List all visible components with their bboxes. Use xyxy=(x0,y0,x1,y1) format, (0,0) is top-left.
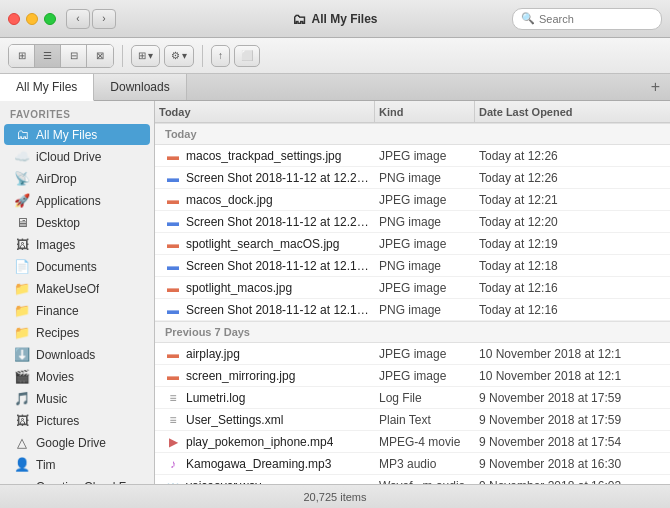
sidebar-icon-images: 🖼 xyxy=(14,237,30,252)
table-row[interactable]: ▬ Screen Shot 2018-11-12 at 12.20.13 PNG… xyxy=(155,211,670,233)
table-row[interactable]: ≡ Lumetri.log Log File 9 November 2018 a… xyxy=(155,387,670,409)
file-name: Screen Shot 2018-11-12 at 12.20.13 xyxy=(186,215,375,229)
sidebar-item-pictures[interactable]: 🖼 Pictures xyxy=(4,410,150,431)
column-header-date[interactable]: Date Last Opened xyxy=(475,101,670,122)
file-type-icon: ▬ xyxy=(165,258,181,274)
table-row[interactable]: ▬ airplay.jpg JPEG image 10 November 201… xyxy=(155,343,670,365)
search-icon: 🔍 xyxy=(521,12,535,25)
tab-downloads[interactable]: Downloads xyxy=(94,74,186,100)
sidebar-label-pictures: Pictures xyxy=(36,414,79,428)
column-view-button[interactable]: ⊟ xyxy=(61,45,87,67)
sidebar-item-recipes[interactable]: 📁 Recipes xyxy=(4,322,150,343)
maximize-button[interactable] xyxy=(44,13,56,25)
table-row[interactable]: ▬ Screen Shot 2018-11-12 at 12.26.12 PNG… xyxy=(155,167,670,189)
sidebar-item-images[interactable]: 🖼 Images xyxy=(4,234,150,255)
file-kind: Wavef...m audio xyxy=(375,479,469,485)
table-row[interactable]: ♪ Kamogawa_Dreaming.mp3 MP3 audio 9 Nove… xyxy=(155,453,670,475)
view-mode-group: ⊞ ☰ ⊟ ⊠ xyxy=(8,44,114,68)
file-kind: MPEG-4 movie xyxy=(375,435,464,449)
sidebar-item-desktop[interactable]: 🖥 Desktop xyxy=(4,212,150,233)
column-header-name[interactable]: Today xyxy=(155,101,375,122)
file-type-icon: ▬ xyxy=(165,236,181,252)
file-date: Today at 12:21 xyxy=(475,193,562,207)
section-divider-previous-7-days: Previous 7 Days xyxy=(155,321,670,343)
section-divider-today: Today xyxy=(155,123,670,145)
icon-view-button[interactable]: ⊞ xyxy=(9,45,35,67)
table-row[interactable]: ▬ Screen Shot 2018-11-12 at 12.15.42 PNG… xyxy=(155,299,670,321)
sidebar-label-movies: Movies xyxy=(36,370,74,384)
file-date: Today at 12:26 xyxy=(475,171,562,185)
tab-all-my-files[interactable]: All My Files xyxy=(0,74,94,101)
file-date: 9 November 2018 at 16:03 xyxy=(475,479,625,485)
sidebar-icon-icloud-drive: ☁️ xyxy=(14,149,30,164)
file-date: Today at 12:19 xyxy=(475,237,562,251)
toolbar-separator-2 xyxy=(202,45,203,67)
sidebar-label-tim: Tim xyxy=(36,458,56,472)
file-kind: PNG image xyxy=(375,215,445,229)
file-type-icon: ≡ xyxy=(165,412,181,428)
file-type-icon: ▬ xyxy=(165,346,181,362)
sidebar-item-applications[interactable]: 🚀 Applications xyxy=(4,190,150,211)
file-name: User_Settings.xml xyxy=(186,413,283,427)
file-date: 9 November 2018 at 17:54 xyxy=(475,435,625,449)
toolbar-separator-1 xyxy=(122,45,123,67)
sidebar-item-downloads[interactable]: ⬇️ Downloads xyxy=(4,344,150,365)
sidebar-label-makeuseOf: MakeUseOf xyxy=(36,282,99,296)
search-input[interactable] xyxy=(539,13,653,25)
sidebar-item-music[interactable]: 🎵 Music xyxy=(4,388,150,409)
column-header-kind[interactable]: Kind xyxy=(375,101,475,122)
sidebar-icon-recipes: 📁 xyxy=(14,325,30,340)
sidebar-label-google-drive: Google Drive xyxy=(36,436,106,450)
forward-button[interactable]: › xyxy=(92,9,116,29)
sidebar-item-finance[interactable]: 📁 Finance xyxy=(4,300,150,321)
table-row[interactable]: ≡ User_Settings.xml Plain Text 9 Novembe… xyxy=(155,409,670,431)
table-row[interactable]: ▬ spotlight_macos.jpg JPEG image Today a… xyxy=(155,277,670,299)
sidebar-item-movies[interactable]: 🎬 Movies xyxy=(4,366,150,387)
window-icon: 🗂 xyxy=(292,11,306,27)
file-type-icon: ▬ xyxy=(165,368,181,384)
arrange-label: ▾ xyxy=(148,50,153,61)
arrange-button[interactable]: ⊞ ▾ xyxy=(131,45,160,67)
file-kind: JPEG image xyxy=(375,281,450,295)
sidebar-item-documents[interactable]: 📄 Documents xyxy=(4,256,150,277)
sidebar-item-icloud-drive[interactable]: ☁️ iCloud Drive xyxy=(4,146,150,167)
sidebar-item-tim[interactable]: 👤 Tim xyxy=(4,454,150,475)
back-button[interactable]: ‹ xyxy=(66,9,90,29)
file-list: Today Kind Date Last Opened Today ▬ maco… xyxy=(155,101,670,484)
file-kind: JPEG image xyxy=(375,149,450,163)
file-type-icon: ▬ xyxy=(165,148,181,164)
table-row[interactable]: ▬ macos_trackpad_settings.jpg JPEG image… xyxy=(155,145,670,167)
sidebar-icon-tim: 👤 xyxy=(14,457,30,472)
main-content: Favorites 🗂 All My Files ☁️ iCloud Drive… xyxy=(0,101,670,484)
file-kind: JPEG image xyxy=(375,347,450,361)
sidebar-item-airdrop[interactable]: 📡 AirDrop xyxy=(4,168,150,189)
table-row[interactable]: 〰 voiceover.wav Wavef...m audio 9 Novemb… xyxy=(155,475,670,484)
sidebar-item-creative-cloud[interactable]: ☁ Creative Cloud Fil... xyxy=(4,476,150,484)
table-row[interactable]: ▬ spotlight_search_macOS.jpg JPEG image … xyxy=(155,233,670,255)
table-row[interactable]: ▶ play_pokemon_iphone.mp4 MPEG-4 movie 9… xyxy=(155,431,670,453)
sidebar-item-all-my-files[interactable]: 🗂 All My Files xyxy=(4,124,150,145)
table-row[interactable]: ▬ macos_dock.jpg JPEG image Today at 12:… xyxy=(155,189,670,211)
file-type-icon: ▬ xyxy=(165,192,181,208)
sidebar-item-google-drive[interactable]: △ Google Drive xyxy=(4,432,150,453)
cover-view-button[interactable]: ⊠ xyxy=(87,45,113,67)
share-button[interactable]: ↑ xyxy=(211,45,230,67)
list-view-button[interactable]: ☰ xyxy=(35,45,61,67)
sidebar-label-downloads: Downloads xyxy=(36,348,95,362)
minimize-button[interactable] xyxy=(26,13,38,25)
file-name: screen_mirroring.jpg xyxy=(186,369,295,383)
sidebar-item-makeuseOf[interactable]: 📁 MakeUseOf xyxy=(4,278,150,299)
tag-button[interactable]: ⬜ xyxy=(234,45,260,67)
close-button[interactable] xyxy=(8,13,20,25)
file-name: Kamogawa_Dreaming.mp3 xyxy=(186,457,331,471)
table-row[interactable]: ▬ Screen Shot 2018-11-12 at 12.18.33 PNG… xyxy=(155,255,670,277)
sidebar-label-desktop: Desktop xyxy=(36,216,80,230)
action-button[interactable]: ⚙ ▾ xyxy=(164,45,194,67)
table-row[interactable]: ▬ screen_mirroring.jpg JPEG image 10 Nov… xyxy=(155,365,670,387)
add-tab-button[interactable]: + xyxy=(641,74,670,100)
file-date: 9 November 2018 at 16:30 xyxy=(475,457,625,471)
file-list-header: Today Kind Date Last Opened xyxy=(155,101,670,123)
traffic-lights xyxy=(8,13,56,25)
search-box[interactable]: 🔍 xyxy=(512,8,662,30)
file-date: Today at 12:16 xyxy=(475,303,562,317)
